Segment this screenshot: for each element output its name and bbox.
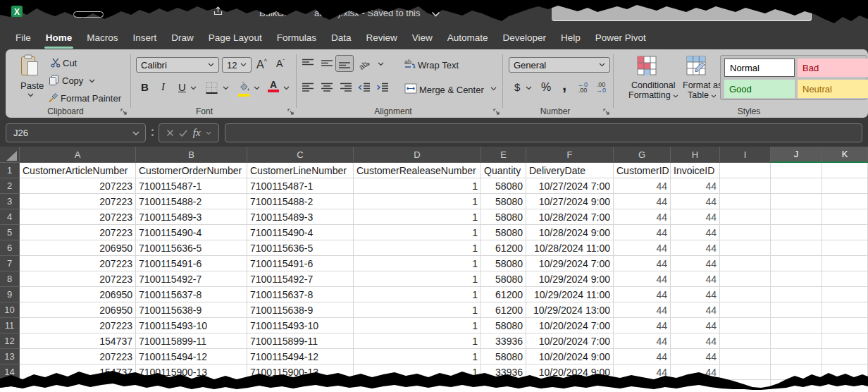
cell-E12[interactable]: 33936 [481, 333, 526, 349]
cell-H15[interactable] [671, 380, 720, 392]
cell-E5[interactable]: 58080 [481, 225, 526, 240]
cancel-icon[interactable] [166, 129, 174, 137]
number-dialog-launcher-icon[interactable] [603, 109, 610, 116]
underline-button[interactable]: U [178, 81, 186, 93]
merge-center-dropdown-icon[interactable] [490, 87, 497, 91]
cell-B7[interactable]: 7100115491-6 [136, 256, 247, 271]
cell-A5[interactable]: 207223 [20, 225, 136, 240]
cell-C9[interactable]: 7100115637-8 [247, 287, 354, 302]
cut-label[interactable]: Cut [63, 58, 77, 68]
cell-D1[interactable]: CustomerRealeaseNumber [354, 163, 481, 178]
cell-F4[interactable]: 10/28/2024 7:00 [526, 209, 614, 225]
cell-A8[interactable]: 207223 [20, 271, 136, 287]
cell-F1[interactable]: DeliveryDate [526, 163, 614, 178]
cell-G15[interactable] [614, 380, 671, 392]
borders-icon[interactable] [206, 82, 218, 97]
cell-J14[interactable] [771, 365, 822, 380]
cell-D13[interactable]: 1 [354, 349, 481, 365]
cell-B1[interactable]: CustomerOrderNumber [136, 163, 247, 178]
format-as-table-label-2[interactable]: Table [688, 90, 717, 100]
conditional-formatting-label-2[interactable]: Formatting [628, 90, 678, 100]
cell-F15[interactable] [526, 380, 614, 392]
cell-C4[interactable]: 7100115489-3 [247, 209, 354, 225]
quick-access-pill[interactable] [73, 11, 104, 18]
cell-B10[interactable]: 7100115638-9 [136, 302, 247, 318]
cell-C5[interactable]: 7100115490-4 [247, 225, 354, 240]
merge-center-icon[interactable] [404, 83, 417, 97]
cell-D15[interactable] [354, 380, 481, 392]
cell-D8[interactable]: 1 [354, 271, 481, 287]
tab-formulas[interactable]: Formulas [277, 32, 316, 43]
cell-E13[interactable]: 58080 [481, 349, 526, 365]
increase-decimal-icon[interactable]: ←0 .00 [578, 82, 588, 93]
cell-H6[interactable]: 44 [671, 240, 720, 256]
cell-H5[interactable]: 44 [671, 225, 720, 240]
cell-style-normal[interactable]: Normal [724, 59, 795, 77]
cell-I2[interactable] [720, 178, 771, 194]
cell-B15[interactable] [136, 380, 247, 392]
comma-button[interactable]: , [562, 76, 566, 94]
cell-I15[interactable] [720, 380, 771, 392]
orientation-dropdown-icon[interactable] [378, 62, 384, 66]
currency-dropdown-icon[interactable] [526, 86, 532, 90]
cell-K12[interactable] [822, 333, 868, 349]
conditional-formatting-icon[interactable] [637, 56, 657, 78]
cell-K9[interactable] [822, 287, 868, 302]
format-as-table-icon[interactable] [686, 56, 706, 78]
row-header-3[interactable]: 3 [0, 194, 20, 209]
cell-style-bad[interactable]: Bad [798, 59, 868, 77]
cell-A12[interactable]: 154737 [20, 333, 136, 349]
cell-H8[interactable]: 44 [671, 271, 720, 287]
cell-A14[interactable]: 154737 [20, 365, 136, 380]
cell-D14[interactable]: 1 [354, 365, 481, 380]
cell-F8[interactable]: 10/29/2024 9:00 [526, 271, 614, 287]
cell-D5[interactable]: 1 [354, 225, 481, 240]
shrink-font-button[interactable]: Aˇ [276, 58, 285, 69]
column-header-C[interactable]: C [247, 147, 354, 163]
formula-input[interactable] [225, 123, 862, 142]
cell-A7[interactable]: 207223 [20, 256, 136, 271]
copy-dropdown-icon[interactable] [89, 79, 95, 83]
cell-C1[interactable]: CustomerLineNumber [247, 163, 354, 178]
cell-J11[interactable] [771, 318, 822, 333]
fill-color-dropdown-icon[interactable] [254, 86, 260, 90]
cell-E10[interactable]: 61200 [481, 302, 526, 318]
cell-C7[interactable]: 7100115491-6 [247, 256, 354, 271]
cell-B11[interactable]: 7100115493-10 [136, 318, 247, 333]
cell-G9[interactable]: 44 [614, 287, 671, 302]
cell-G5[interactable]: 44 [614, 225, 671, 240]
row-header-13[interactable]: 13 [0, 349, 20, 365]
cell-G4[interactable]: 44 [614, 209, 671, 225]
cut-icon[interactable] [51, 58, 61, 71]
name-box[interactable]: J26 [6, 123, 146, 142]
paste-icon[interactable] [20, 54, 39, 80]
row-header-4[interactable]: 4 [0, 209, 20, 225]
wrap-text-icon[interactable]: ab [404, 59, 416, 72]
cell-K3[interactable] [822, 194, 868, 209]
cell-B12[interactable]: 7100115899-11 [136, 333, 247, 349]
cell-J12[interactable] [771, 333, 822, 349]
column-header-I[interactable]: I [720, 147, 771, 163]
cell-D2[interactable]: 1 [354, 178, 481, 194]
cell-G11[interactable]: 44 [614, 318, 671, 333]
cell-J8[interactable] [771, 271, 822, 287]
align-right-icon[interactable] [340, 82, 352, 95]
cell-C2[interactable]: 7100115487-1 [247, 178, 354, 194]
row-header-10[interactable]: 10 [0, 302, 20, 318]
tab-insert[interactable]: Insert [133, 32, 157, 43]
cell-A1[interactable]: CustomerArticleNumber [20, 163, 136, 178]
underline-dropdown-icon[interactable] [190, 86, 197, 90]
cell-E1[interactable]: Quantity [481, 163, 526, 178]
alignment-dialog-launcher-icon[interactable] [493, 109, 500, 116]
cell-B4[interactable]: 7100115489-3 [136, 209, 247, 225]
cell-A4[interactable]: 207223 [20, 209, 136, 225]
cell-C8[interactable]: 7100115492-7 [247, 271, 354, 287]
font-size-combo[interactable]: 12 [222, 57, 252, 73]
cell-H10[interactable]: 44 [671, 302, 720, 318]
cell-E3[interactable]: 58080 [481, 194, 526, 209]
grow-font-button[interactable]: A^ [256, 58, 267, 71]
tab-macros[interactable]: Macros [87, 32, 118, 43]
orientation-icon[interactable]: ab [359, 58, 371, 73]
cell-B5[interactable]: 7100115490-4 [136, 225, 247, 240]
cell-G13[interactable]: 44 [614, 349, 671, 365]
